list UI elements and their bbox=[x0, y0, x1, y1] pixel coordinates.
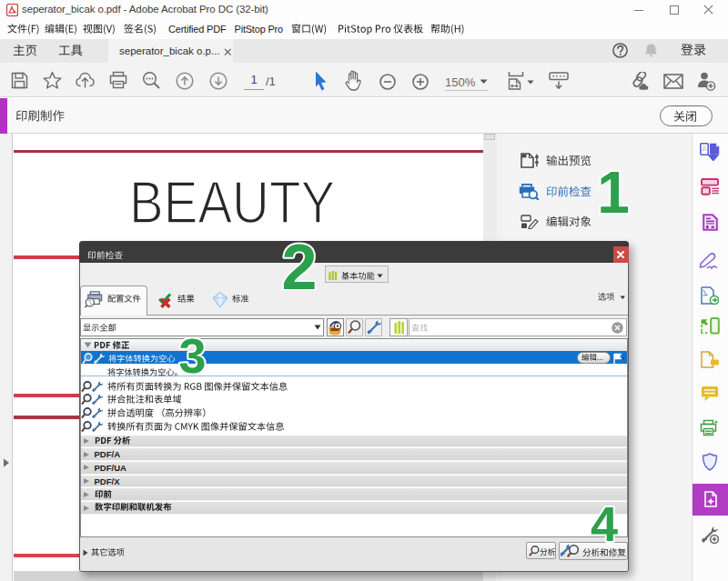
svg-text:4: 4 bbox=[591, 498, 618, 547]
svg-text:1: 1 bbox=[597, 164, 630, 220]
svg-text:3: 3 bbox=[178, 329, 206, 380]
svg-text:2: 2 bbox=[282, 236, 318, 296]
